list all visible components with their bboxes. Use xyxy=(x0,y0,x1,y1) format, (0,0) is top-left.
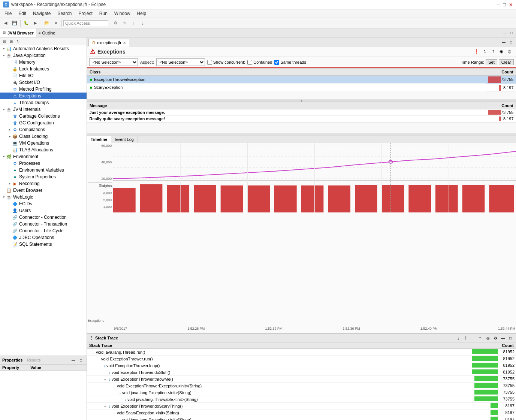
table-row[interactable]: ↓void ExceptionThrower.loop()81952 xyxy=(87,362,516,369)
outline-tab[interactable]: ≡ Outline xyxy=(36,28,58,37)
menu-search[interactable]: Search xyxy=(54,10,75,17)
minimize-panel-btn[interactable]: — xyxy=(502,30,508,36)
table-row[interactable]: ▾↓void ExceptionThrower.throwMe()73755 xyxy=(87,376,516,383)
timeline-tab[interactable]: Timeline xyxy=(87,136,111,143)
toolbar-btn-extra3[interactable]: ↑ xyxy=(130,19,138,27)
tab-close-btn[interactable]: ✕ xyxy=(123,41,126,45)
menu-edit[interactable]: Edit xyxy=(15,10,29,17)
table-row[interactable]: ↓void ExceptionThrower.run()81952 xyxy=(87,356,516,362)
editor-minimize-btn[interactable]: — xyxy=(500,39,507,45)
quick-access-input[interactable] xyxy=(63,20,108,26)
tree-item-jvm-internals[interactable]: ▾ ☕ JVM Internals xyxy=(0,106,87,113)
exceptions-btn1[interactable]: ❗ xyxy=(473,48,480,55)
tree-item-event-browser[interactable]: 📋 Event Browser xyxy=(0,187,87,194)
menu-window[interactable]: Window xyxy=(111,10,133,17)
collapse-all-btn[interactable]: ⊟ xyxy=(1,38,7,44)
tree-item-lock[interactable]: 🔒 Lock Instances xyxy=(0,66,87,72)
resize-handle[interactable]: ▼ xyxy=(87,99,516,102)
stack-row-arrow[interactable]: ▾ xyxy=(104,405,109,408)
set-btn[interactable]: Set xyxy=(486,59,497,65)
tree-item-automated[interactable]: ▾ 📊 Automated Analysis Results xyxy=(0,45,87,52)
tree-item-method-profiling[interactable]: ⚙ Method Profiling xyxy=(0,86,87,93)
jvm-browser-tab[interactable]: 🖥 JVM Browser xyxy=(0,28,36,37)
tree-item-conn-conn[interactable]: 🔗 Connector - Connection xyxy=(0,214,87,221)
refresh-btn[interactable]: ↻ xyxy=(15,38,21,44)
run-btn[interactable]: ▶ xyxy=(31,19,39,27)
stack-btn1[interactable]: ⤵ xyxy=(455,335,461,341)
tree-item-environment[interactable]: ▾ 🌿 Environment xyxy=(0,153,87,160)
tree-item-sys-props[interactable]: ● System Properties xyxy=(0,173,87,180)
table-row[interactable]: Just your average exception message. 73,… xyxy=(87,109,516,115)
stack-btn5[interactable]: ◎ xyxy=(485,335,491,341)
tree-item-gc-config[interactable]: 🗑 GC Configuration xyxy=(0,120,87,126)
props-min-btn[interactable]: — xyxy=(70,357,77,363)
resize-handle2[interactable] xyxy=(87,133,516,136)
show-concurrent-checkbox[interactable] xyxy=(207,60,212,65)
event-log-tab[interactable]: Event Log xyxy=(111,136,138,143)
toolbar-btn-extra2[interactable]: ☆ xyxy=(121,19,129,27)
open-btn[interactable]: 📂 xyxy=(43,19,51,27)
tree-item-class-loading[interactable]: ▸ 📦 Class Loading xyxy=(0,133,87,140)
stack-btn4[interactable]: ≡ xyxy=(477,335,484,341)
tree-item-sql[interactable]: 📝 SQL Statements xyxy=(0,241,87,248)
table-row[interactable]: ● ExceptionThrowerException 73,755 xyxy=(87,76,516,84)
toolbar-btn-extra4[interactable]: ↓ xyxy=(139,19,147,27)
tree-item-exceptions[interactable]: ⚠ Exceptions xyxy=(0,93,87,99)
tree-arrow[interactable]: ▸ xyxy=(7,182,12,185)
expand-all-btn[interactable]: ⊞ xyxy=(8,38,14,44)
tree-arrow[interactable]: ▸ xyxy=(7,128,12,132)
save-btn[interactable]: 💾 xyxy=(10,19,19,27)
tree-item-ecids[interactable]: 🔷 ECIDs xyxy=(0,200,87,207)
tree-item-gc[interactable]: 🗑 Garbage Collections xyxy=(0,113,87,120)
maximize-btn[interactable]: □ xyxy=(503,2,506,7)
tree-item-thread-dumps[interactable]: ≡ Thread Dumps xyxy=(0,99,87,106)
stack-btn8[interactable]: □ xyxy=(507,335,514,341)
close-btn[interactable]: ✕ xyxy=(52,19,60,27)
tree-item-processes[interactable]: ⚙ Processes xyxy=(0,160,87,167)
table-row[interactable]: ↓void ExceptionThrowerException.<init>(S… xyxy=(87,383,516,389)
exceptions-tab[interactable]: 🗒 exceptions.jfr ✕ xyxy=(88,39,129,46)
menu-file[interactable]: File xyxy=(1,10,15,17)
maximize-panel-btn[interactable]: □ xyxy=(509,30,515,36)
table-row[interactable]: ▾↓void ExceptionThrower.doScaryThing()81… xyxy=(87,403,516,410)
exceptions-btn2[interactable]: ⤵ xyxy=(482,48,488,55)
close-btn[interactable]: ✕ xyxy=(509,2,513,7)
contained-checkbox[interactable] xyxy=(247,60,252,65)
tree-arrow[interactable]: ▸ xyxy=(7,135,12,138)
tree-item-fileio[interactable]: 📄 File I/O xyxy=(0,72,87,79)
minimize-btn[interactable]: ─ xyxy=(497,2,500,7)
stack-btn6[interactable]: ⚙ xyxy=(492,335,499,341)
menu-help[interactable]: Help xyxy=(134,10,150,17)
stack-row-arrow[interactable]: ▾ xyxy=(104,378,109,381)
clear-btn[interactable]: Clear xyxy=(499,59,514,65)
stack-btn2[interactable]: ⤴ xyxy=(462,335,469,341)
menu-project[interactable]: Project xyxy=(75,10,95,17)
tree-item-socketio[interactable]: 🔌 Socket I/O xyxy=(0,79,87,86)
tree-item-env-vars[interactable]: ● Environment Variables xyxy=(0,167,87,173)
stack-btn7[interactable]: — xyxy=(500,335,506,341)
exceptions-btn3[interactable]: ⤴ xyxy=(490,48,497,55)
table-row[interactable]: ↓void ScaryException.<init>(String)8197 xyxy=(87,410,516,416)
toolbar-btn-extra1[interactable]: ⚙ xyxy=(112,19,120,27)
aspect-filter-select[interactable]: <No Selection> xyxy=(156,58,205,66)
tree-item-conn-tx[interactable]: 🔗 Connector - Transaction xyxy=(0,221,87,227)
tree-item-users[interactable]: 👤 Users xyxy=(0,207,87,214)
exceptions-btn4[interactable]: ◉ xyxy=(498,48,505,55)
exceptions-btn5[interactable]: ◎ xyxy=(506,48,513,55)
stack-btn3[interactable]: ⊤ xyxy=(470,335,476,341)
table-row[interactable]: ↓void java.lang.Throwable.<init>(String)… xyxy=(87,396,516,403)
tree-item-compilations[interactable]: ▸ ⚙ Compilations xyxy=(0,126,87,133)
table-row[interactable]: ↓void java.lang.Exception.<init>(String)… xyxy=(87,416,516,420)
tree-item-conn-lc[interactable]: 🔗 Connector - Life Cycle xyxy=(0,227,87,234)
menu-navigate[interactable]: Navigate xyxy=(30,10,54,17)
tree-item-recording[interactable]: ▸ ▶ Recording xyxy=(0,180,87,187)
tree-item-java-app[interactable]: ▾ ☕ Java Application xyxy=(0,52,87,59)
menu-run[interactable]: Run xyxy=(96,10,111,17)
tree-arrow[interactable]: ▾ xyxy=(1,195,6,199)
tree-arrow[interactable]: ▾ xyxy=(1,155,6,158)
tree-arrow[interactable]: ▾ xyxy=(1,54,6,57)
table-row[interactable]: ↓void ExceptionThrower.doStuff()81952 xyxy=(87,369,516,376)
tree-item-vm-ops[interactable]: 💻 VM Operations xyxy=(0,140,87,146)
new-btn[interactable]: ◀ xyxy=(1,19,10,27)
table-row[interactable]: ↓void java.lang.Exception.<init>(String)… xyxy=(87,389,516,396)
